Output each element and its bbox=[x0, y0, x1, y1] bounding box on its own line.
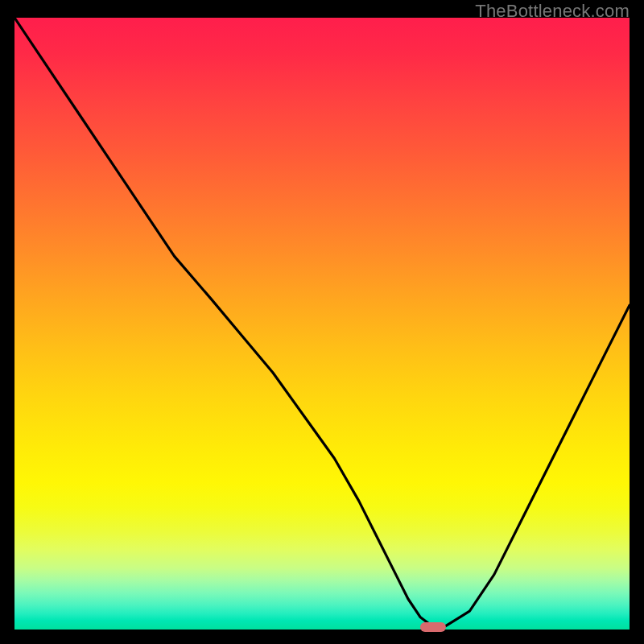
chart-frame: TheBottleneck.com bbox=[0, 0, 644, 644]
watermark-text: TheBottleneck.com bbox=[475, 1, 630, 22]
optimum-marker bbox=[419, 622, 445, 632]
plot-area bbox=[14, 18, 630, 630]
bottleneck-curve bbox=[14, 18, 630, 630]
